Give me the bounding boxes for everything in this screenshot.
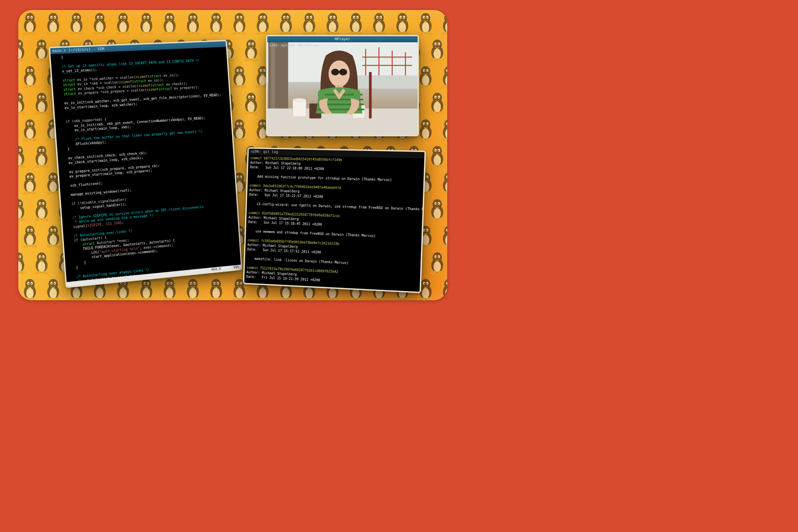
svg-point-806	[51, 124, 52, 125]
svg-point-2048	[191, 283, 192, 284]
svg-point-1193	[28, 176, 29, 177]
svg-point-114	[310, 17, 311, 18]
svg-point-113	[307, 17, 308, 18]
svg-point-167	[447, 17, 447, 18]
mplayer-titlebar[interactable]: MPlayer	[267, 36, 418, 42]
svg-point-1001	[38, 155, 45, 166]
svg-point-1554	[438, 203, 439, 204]
svg-point-686	[247, 102, 255, 112]
svg-point-51	[147, 17, 148, 18]
svg-point-60	[170, 17, 171, 18]
svg-point-2036	[166, 288, 173, 299]
svg-point-1986	[31, 283, 32, 284]
svg-point-402	[31, 70, 32, 71]
git-log-content[interactable]: commit b87742172b3802badb615418f45d8556b…	[244, 155, 424, 292]
svg-point-888	[263, 124, 264, 125]
svg-point-1671	[240, 230, 241, 231]
svg-point-1742	[424, 230, 424, 231]
svg-point-92	[259, 22, 266, 33]
svg-point-2139	[426, 283, 427, 284]
svg-rect-2581	[353, 75, 418, 89]
svg-point-15	[54, 17, 55, 18]
svg-point-2058	[217, 283, 218, 284]
svg-point-32	[98, 17, 99, 18]
svg-point-491	[261, 70, 262, 71]
svg-point-758	[434, 102, 441, 112]
svg-point-879	[240, 124, 241, 125]
svg-point-2057	[214, 283, 215, 284]
svg-point-488	[259, 75, 266, 86]
svg-point-65	[189, 22, 196, 33]
svg-point-230	[86, 43, 87, 44]
svg-point-1347	[426, 176, 427, 177]
svg-point-555	[426, 70, 427, 71]
svg-point-69	[193, 17, 194, 18]
svg-point-1274	[238, 176, 239, 177]
svg-point-2149	[441, 297, 447, 300]
svg-point-1158	[438, 150, 439, 151]
svg-point-20	[73, 22, 80, 33]
vim-editor-content[interactable]: } /* Set up i3 specific atoms like I3_SO…	[51, 47, 241, 282]
svg-point-794	[26, 128, 34, 139]
svg-point-110	[306, 22, 313, 33]
svg-point-74	[212, 22, 220, 33]
svg-point-87	[240, 17, 241, 18]
svg-point-294	[252, 43, 253, 44]
svg-point-2099	[329, 288, 336, 299]
mplayer-window[interactable]: MPlayer x200: mplayer S02/E05.avi	[266, 35, 419, 136]
svg-point-2040	[170, 283, 171, 284]
svg-point-1190	[26, 182, 34, 192]
svg-point-1400	[40, 203, 41, 204]
svg-point-141	[380, 17, 381, 18]
svg-point-2081	[282, 288, 290, 299]
svg-point-1994	[51, 283, 52, 284]
svg-rect-2585	[293, 100, 306, 117]
svg-point-132	[357, 17, 358, 18]
svg-point-887	[261, 124, 262, 125]
svg-point-1202	[51, 176, 52, 177]
mplayer-command: x200: mplayer S02/E05.avi	[269, 43, 320, 47]
svg-point-2054	[212, 288, 220, 299]
svg-point-2045	[189, 288, 196, 299]
svg-point-1949	[435, 256, 436, 258]
svg-point-605	[38, 102, 45, 112]
svg-point-77	[214, 17, 215, 18]
svg-point-1589	[28, 230, 29, 231]
svg-point-2063	[236, 288, 243, 299]
svg-point-1401	[42, 203, 43, 204]
git-log-window[interactable]: x200: git log commit b87742172b3802badb6…	[243, 147, 426, 293]
svg-point-797	[28, 124, 29, 125]
svg-point-951	[426, 124, 427, 125]
svg-point-2018	[119, 288, 127, 299]
vim-cursor-pos: 464,9	[211, 267, 221, 272]
svg-point-947	[422, 128, 429, 139]
svg-point-483	[240, 70, 241, 71]
svg-point-401	[28, 70, 29, 71]
vim-scroll-pct: 99%	[233, 265, 240, 269]
svg-point-222	[65, 43, 66, 44]
svg-point-2030	[144, 283, 145, 284]
svg-point-122	[330, 17, 331, 18]
svg-point-1985	[28, 283, 29, 284]
svg-point-551	[422, 75, 429, 86]
svg-point-554	[424, 70, 424, 71]
svg-point-609	[42, 97, 43, 98]
svg-point-2066	[238, 283, 239, 284]
svg-point-1739	[422, 235, 429, 245]
svg-point-213	[42, 43, 43, 44]
svg-point-608	[40, 97, 41, 98]
vim-window[interactable]: main.c (~/i3/src) - VIM } /* Set up i3 s…	[49, 40, 242, 288]
svg-point-140	[377, 17, 378, 18]
svg-point-158	[424, 17, 424, 18]
svg-point-1950	[438, 256, 439, 258]
svg-point-2591	[339, 69, 347, 75]
svg-point-1154	[434, 155, 441, 166]
svg-point-221	[63, 43, 64, 44]
svg-point-1753	[441, 244, 447, 248]
mplayer-video-frame[interactable]	[267, 42, 418, 135]
svg-point-2031	[147, 283, 148, 284]
svg-point-479	[236, 75, 243, 86]
svg-point-2090	[306, 288, 313, 299]
svg-point-398	[26, 75, 34, 86]
svg-point-1788	[19, 256, 20, 258]
